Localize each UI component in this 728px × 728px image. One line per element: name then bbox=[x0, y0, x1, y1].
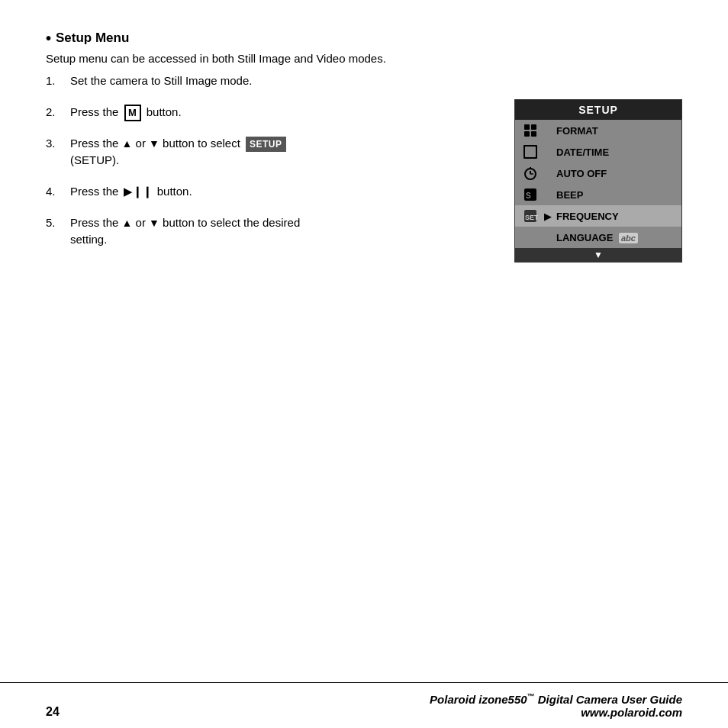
bottom-arrow-row: ▼ bbox=[515, 248, 681, 262]
svg-rect-2 bbox=[524, 131, 530, 137]
svg-rect-0 bbox=[524, 124, 530, 130]
bottom-down-arrow-icon: ▼ bbox=[594, 250, 603, 260]
play-pause-icon: ▶❙❙ bbox=[124, 183, 153, 201]
beep-label: BEEP bbox=[556, 189, 677, 201]
frequency-label: FREQUENCY bbox=[556, 211, 677, 222]
svg-text:S: S bbox=[526, 192, 531, 200]
step-4-number: 4. bbox=[46, 183, 70, 201]
up-arrow-2-icon: ▲ bbox=[122, 215, 133, 231]
bullet-point: • bbox=[46, 31, 51, 46]
autooff-label: AUTO OFF bbox=[556, 168, 677, 179]
up-arrow-icon: ▲ bbox=[122, 136, 133, 152]
format-icon bbox=[520, 123, 541, 138]
content-area: • Setup Menu Setup menu can be accessed … bbox=[46, 31, 682, 249]
step-2-number: 2. bbox=[46, 104, 70, 121]
language-label: LANGUAGE abc bbox=[556, 232, 677, 243]
setup-panel-header: SETUP bbox=[515, 100, 681, 120]
step-5-number: 5. bbox=[46, 214, 70, 232]
footer-right: Polaroid izone550™ Digital Camera User G… bbox=[430, 692, 682, 719]
footer: 24 Polaroid izone550™ Digital Camera Use… bbox=[0, 682, 728, 728]
format-label: FORMAT bbox=[556, 125, 677, 137]
setup-panel: SETUP FORMAT bbox=[514, 99, 682, 263]
step-1-number: 1. bbox=[46, 72, 70, 90]
svg-rect-1 bbox=[531, 124, 536, 130]
page-number: 24 bbox=[46, 705, 60, 719]
setup-panel-body: FORMAT DATE/TIME bbox=[515, 120, 681, 248]
step-3-number: 3. bbox=[46, 135, 70, 153]
abc-badge: abc bbox=[619, 233, 638, 243]
frequency-arrow: ▶ bbox=[544, 211, 556, 222]
menu-row-language: LANGUAGE abc bbox=[515, 227, 681, 248]
svg-text:SET: SET bbox=[525, 214, 538, 221]
step-1-content: Set the camera to Still Image mode. bbox=[70, 72, 682, 90]
datetime-icon bbox=[520, 144, 541, 159]
menu-row-frequency: SET ▶ FREQUENCY bbox=[515, 205, 681, 227]
svg-rect-3 bbox=[531, 131, 536, 137]
down-arrow-icon: ▼ bbox=[149, 136, 159, 152]
menu-row-beep: S BEEP bbox=[515, 184, 681, 205]
setup-badge: SETUP bbox=[246, 137, 286, 152]
footer-url: www.polaroid.com bbox=[430, 706, 682, 719]
menu-row-autooff: AUTO OFF bbox=[515, 163, 681, 184]
datetime-label: DATE/TIME bbox=[556, 147, 677, 158]
autooff-icon bbox=[520, 166, 541, 181]
menu-row-format: FORMAT bbox=[515, 120, 681, 141]
frequency-icon: SET bbox=[520, 208, 541, 224]
title-text: Setup Menu bbox=[56, 31, 129, 46]
down-arrow-2-icon: ▼ bbox=[149, 215, 159, 231]
step-1: 1. Set the camera to Still Image mode. bbox=[46, 72, 682, 90]
svg-rect-5 bbox=[525, 147, 536, 157]
footer-title: Polaroid izone550™ Digital Camera User G… bbox=[430, 692, 682, 706]
beep-icon: S bbox=[520, 187, 541, 202]
menu-row-datetime: DATE/TIME bbox=[515, 141, 681, 163]
section-title: • Setup Menu bbox=[46, 31, 682, 46]
page-container: • Setup Menu Setup menu can be accessed … bbox=[0, 0, 728, 728]
intro-text: Setup menu can be accessed in both Still… bbox=[46, 52, 682, 65]
m-button-icon: M bbox=[124, 105, 141, 121]
